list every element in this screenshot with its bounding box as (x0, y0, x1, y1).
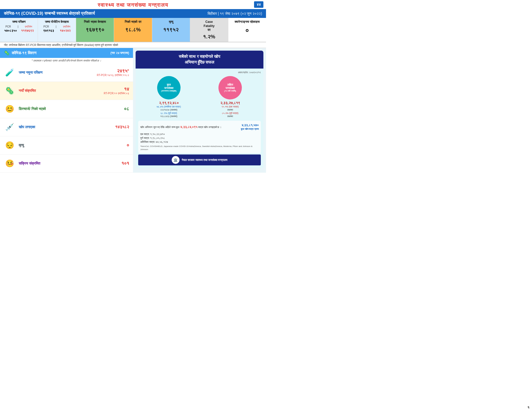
vaccine-dose-text: खोप अभियान सुरु भए देखि अहिले सम्म कुल ४… (140, 125, 222, 129)
target-stat2: लक्ष्यमा (203, 108, 258, 112)
detail-item-death: 😔 मृत्यु ० (0, 136, 133, 154)
total-stat1: ७६.४% (जनमिया एक मात्रा) (141, 105, 196, 109)
detail-value-discharged: ०८ (124, 106, 129, 112)
ministry-name: नेपाल सरकार स्वास्थ्य तथा जनसंख्या मन्त्… (182, 158, 227, 162)
dose-detail1: एक मात्रा: १,१०,२२,७१० (140, 132, 259, 136)
positive-values: ९७९१६३ १४०२४२ (40, 29, 74, 32)
total-stat3: ६८.९% (पूर्ण मात्रा) (141, 112, 196, 115)
vaccine-total-row: खोप अभियान सुरु भए देखि अहिले सम्म कुल ४… (140, 123, 259, 131)
case-fatality-value: १.२% (192, 34, 226, 40)
top-header: स्वास्थ्य तथा जनसंख्या मन्त्रालय ४४ (0, 0, 266, 9)
detail-label-death: मृत्यु (19, 143, 127, 147)
detail-right-total-test: २४९५° RT-PCR:१४१३, एन्टीजेन:११८२ (97, 68, 129, 77)
target-stat3: ८५.२% (पूर्ण मात्रा) (203, 112, 258, 115)
total-pop-value: २,९९,९२,४८० (141, 101, 196, 105)
total-label3: (जनगणना तथ्याङ्क) (161, 90, 177, 92)
total-label2: जनसंख्या (164, 86, 173, 90)
death-value: ११९५२ (154, 27, 188, 33)
positive-labels: PCR | एन्टीजेन (40, 25, 74, 28)
vaccine-stats-box: खोप अभियान सुरु भए देखि अहिले सम्म कुल ४… (138, 121, 261, 153)
vaccine-banner: सबैको साथ र सहयोगले खोप अभियान हुँदैछ सफ… (136, 51, 263, 69)
left-panel: 🦠 कोभिड-१९ विवरण (गत २४ घण्टामा) * एसएमए… (0, 48, 133, 173)
detail-sub-new-infected: RT-PCR:११ एन्टीजेन:०३ (104, 92, 129, 95)
detail-item-active: 🤒 सक्रिय संक्रमित १०१ (0, 154, 133, 173)
target-pop-stats: ९५.१% (एक मात्रा) लक्ष्यमा ८५.२% (पूर्ण … (203, 105, 258, 118)
note-text: नोट: वर्णात्मक विक्षेपण RT-PCR विवरणमा म… (4, 43, 118, 46)
death-title: मृत्यु (154, 20, 188, 24)
vaccine-footnote: *NeroCel, COVISHIELD, Japanese-made COVI… (140, 145, 259, 151)
vaccine-dose-details: एक मात्रा: १,१०,२२,७१० पूर्ण मात्रा: १,९… (140, 132, 259, 144)
total-received-label: कुल खोप मात्रा प्राप्त (241, 127, 259, 131)
recovered-title: निको भएका केसहरू (78, 20, 112, 24)
target-label2: जनसंख्या (225, 86, 235, 90)
detail-right-death: ० (127, 143, 129, 148)
covid-icon: 🦠 (4, 50, 10, 56)
detail-label-vaccinated: खोप लगाएका (19, 125, 115, 129)
detail-right-new-infected: १४ RT-PCR:११ एन्टीजेन:०३ (104, 86, 129, 95)
total-test-labels: PCR | एन्टीजेन (2, 25, 36, 28)
date-display: बिहीबार | १९ जेष्ठ २०७९ (०२ जुन २०२२) (208, 11, 262, 16)
total-stat4: १९८८४२३ (लक्ष्यमा) (141, 115, 196, 118)
covid-detail-subtitle: (गत २४ घण्टामा) (110, 51, 129, 55)
vaccine-content: असार/स्रोत: २०७९/०२/१९ कुल जनसंख्या (जनग… (136, 69, 263, 168)
pipe2: | (56, 25, 56, 28)
stat-recovered: निको भएका केसहरू ९६७९९० (76, 18, 114, 42)
positive-pcr-value: ९७९१६३ (43, 29, 54, 32)
detail-right-active: १०१ (121, 161, 129, 166)
note-bar: नोट: वर्णात्मक विक्षेपण RT-PCR विवरणमा म… (0, 42, 266, 48)
total-pop-stats: ७६.४% (जनमिया एक मात्रा) २२२१४२४ (लक्ष्य… (141, 105, 196, 118)
covid-detail-header: 🦠 कोभिड-१९ विवरण (गत २४ घण्टामा) (0, 48, 133, 58)
test-icon: 🧪 (4, 67, 16, 78)
total-test-values: ५७०८३५० ११९७६९२ (2, 29, 36, 32)
death-icon: 😔 (4, 139, 16, 151)
total-pop-circle: कुल जनसंख्या (जनगणना तथ्याङ्क) (157, 76, 181, 99)
covid-subtitle: कोभिड-१९ (COVID-19) सम्बन्धी स्वास्थ्य क… (4, 11, 95, 16)
ministry-title: स्वास्थ्य तथा जनसंख्या मन्त्रालय (0, 2, 266, 8)
detail-label-new-infected: नयाँ संक्रमित (19, 89, 104, 93)
detail-value-death: ० (127, 143, 129, 148)
detail-right-vaccinated: १४३५८२ (115, 125, 129, 129)
active-icon: 🤒 (4, 158, 16, 169)
target-pop-circle: लक्षित जनसंख्या (१२ वर्ष र माथि) (218, 76, 242, 99)
stat-case-fatality: Case Fatality दर १.२% (190, 18, 228, 42)
ministry-logo: 🏛️ (172, 156, 179, 164)
badge: ४४ (254, 1, 263, 8)
positive-title: जम्मा पोजेटिभ केसहरू (40, 20, 74, 24)
target-pop-value: २,३३,२७,८१९ (203, 101, 258, 105)
main-content: 🦠 कोभिड-१९ विवरण (गत २४ घण्टामा) * एसएमए… (0, 48, 266, 173)
stat-total-test: जम्मा परिक्षण PCR | एन्टीजेन ५७०८३५० ११९… (0, 18, 38, 42)
detail-sub-total-test: RT-PCR:१४१३, एन्टीजेन:११८२ (97, 74, 129, 77)
ministry-footer: 🏛️ नेपाल सरकार स्वास्थ्य तथा जनसंख्या मन… (138, 154, 261, 165)
detail-value-active: १०१ (121, 161, 129, 166)
target-label3: (१२ वर्ष र माथि) (224, 90, 236, 92)
dose-detail3: अतिरिक्त मात्रा: ४४,५६,१२७ (140, 140, 259, 144)
case-fatality-title: Case Fatality दर (192, 20, 226, 32)
detail-value-new-infected: १४ (104, 86, 129, 92)
detail-item-new-infected: 🦠 नयाँ संक्रमित १४ RT-PCR:११ एन्टीजेन:०३ (0, 82, 133, 100)
recovery-rate-title: निको भएको दर (116, 20, 150, 24)
page-container: स्वास्थ्य तथा जनसंख्या मन्त्रालय ४४ कोभि… (0, 0, 266, 173)
quarantine-value: ० (230, 27, 264, 34)
discharged-icon: 😊 (4, 103, 16, 115)
vaccine-date: असार/स्रोत: २०७९/०२/१९ (138, 71, 261, 74)
total-label1: कुल (167, 83, 171, 86)
vaccine-dose-value: ४,३३,८४,०९५ (180, 125, 197, 129)
pipe: | (18, 25, 18, 28)
vaccine-banner-line1: सबैको साथ र सहयोगले खोप (138, 54, 261, 59)
stat-quarantine: क्वारेन्टाइनमा रहेकाहरू ० (228, 18, 266, 42)
infected-icon: 🦠 (4, 85, 16, 97)
detail-item-total-test: 🧪 जम्मा नमुना परिक्षण २४९५° RT-PCR:१४१३,… (0, 64, 133, 82)
target-stat1: ९५.१% (एक मात्रा) (203, 105, 258, 109)
detail-value-vaccinated: १४३५८२ (115, 125, 129, 129)
population-row: कुल जनसंख्या (जनगणना तथ्याङ्क) २,९९,९२,४… (138, 76, 261, 118)
quarantine-title: क्वारेन्टाइनमा रहेकाहरू (230, 20, 264, 24)
total-received: ४,३३,८१,५७० (241, 123, 259, 127)
positive-antigen-label: एन्टीजेन (63, 25, 70, 28)
detail-right-discharged: ०८ (124, 106, 129, 112)
covid-detail-title: कोभिड-१९ विवरण (12, 51, 36, 55)
dose-detail2: पूर्ण मात्रा: १,९८,०५,२५८ (140, 136, 259, 140)
stat-recovery-rate: निको भएको दर ९८.८% (114, 18, 152, 42)
vaccine-total-right: ४,३३,८१,५७० कुल खोप मात्रा प्राप्त (241, 123, 259, 131)
vaccine-icon: 💉 (4, 121, 16, 133)
recovery-rate-value: ९८.८% (116, 27, 150, 33)
